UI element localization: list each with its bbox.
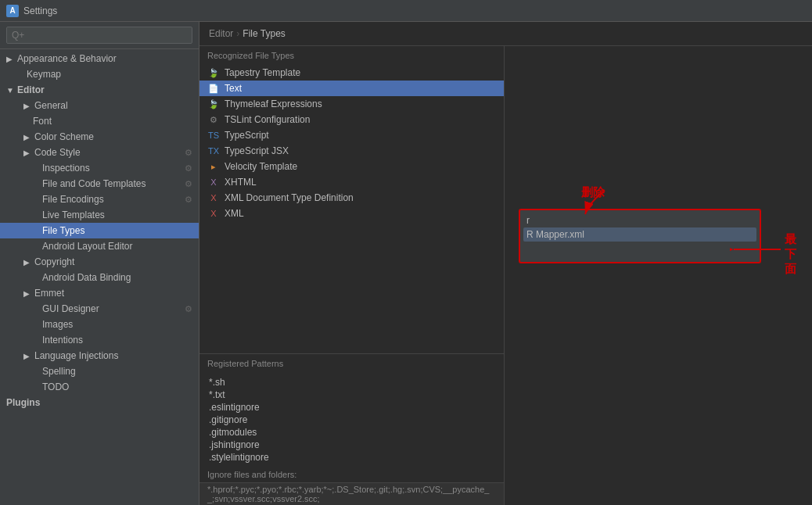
file-types-list: 🍃 Tapestry Template 📄 Text 🍃 Thymeleaf E… <box>199 65 504 350</box>
annotation-bottom: 最下面 <box>785 232 806 277</box>
file-type-tapestry[interactable]: 🍃 Tapestry Template <box>199 65 504 81</box>
right-panel-content: r R Mapper.xml 删除 <box>505 46 812 505</box>
app-icon: A <box>6 5 19 17</box>
sidebar-item-todo[interactable]: TODO <box>0 379 199 395</box>
sidebar-item-language-injections[interactable]: ▶ Language Injections <box>0 348 199 364</box>
right-panel: r R Mapper.xml 删除 <box>505 46 812 505</box>
left-panel: Recognized File Types 🍃 Tapestry Templat… <box>199 46 505 505</box>
sidebar-item-font[interactable]: Font <box>0 113 199 129</box>
sidebar-item-file-code-templates[interactable]: File and Code Templates ⚙ <box>0 176 199 192</box>
file-type-text[interactable]: 📄 Text <box>199 81 504 96</box>
sidebar-item-editor[interactable]: ▼ Editor <box>0 82 199 98</box>
sidebar-item-gui-designer[interactable]: GUI Designer ⚙ <box>0 301 199 317</box>
ignore-value: *.hprof;*.pyc;*.pyo;*.rbc;*.yarb;*~;.DS_… <box>199 482 504 505</box>
tapestry-icon: 🍃 <box>207 66 220 79</box>
file-type-thymeleaf[interactable]: 🍃 Thymeleaf Expressions <box>199 96 504 112</box>
sidebar-item-live-templates[interactable]: Live Templates <box>0 207 199 223</box>
pattern-sh: *.sh <box>207 376 496 389</box>
sidebar-item-spelling[interactable]: Spelling <box>0 364 199 379</box>
title-bar: A Settings <box>0 0 812 22</box>
search-input[interactable] <box>6 27 192 44</box>
sidebar-item-appearance[interactable]: ▶ Appearance & Behavior <box>0 51 199 66</box>
typescript-icon: TS <box>207 129 220 141</box>
annotation-delete: 删除 <box>581 185 605 200</box>
pattern-stylelint: .stylelintignore <box>207 451 496 464</box>
sidebar-item-code-style[interactable]: ▶ Code Style ⚙ <box>0 145 199 160</box>
text-icon: 📄 <box>207 82 220 95</box>
file-type-typescript[interactable]: TS TypeScript <box>199 127 504 143</box>
sidebar-item-inspections[interactable]: Inspections ⚙ <box>0 160 199 176</box>
sidebar-item-copyright[interactable]: ▶ Copyright <box>0 254 199 270</box>
sidebar-item-keymap[interactable]: Keymap <box>0 66 199 82</box>
tslint-icon: ⚙ <box>207 113 220 126</box>
sidebar-item-plugins[interactable]: Plugins <box>0 395 199 410</box>
ignore-label: Ignore files and folders: <box>199 467 504 482</box>
pattern-edit-item1: r <box>523 213 756 227</box>
xml-dtd-icon: X <box>207 192 220 204</box>
pattern-gitignore: .gitignore <box>207 414 496 426</box>
file-type-typescript-jsx[interactable]: TX TypeScript JSX <box>199 143 504 159</box>
sidebar-item-color-scheme[interactable]: ▶ Color Scheme <box>0 129 199 145</box>
file-type-velocity[interactable]: ▸ Velocity Template <box>199 159 504 174</box>
registered-label: Registered Patterns <box>199 353 504 373</box>
xhtml-icon: X <box>207 176 220 188</box>
breadcrumb: Editor › File Types <box>199 22 812 46</box>
title-text: Settings <box>23 5 57 16</box>
sidebar-item-intentions[interactable]: Intentions <box>0 332 199 348</box>
pattern-eslint: .eslintignore <box>207 401 496 414</box>
sidebar: ▶ Appearance & Behavior Keymap ▼ Editor … <box>0 22 199 505</box>
pattern-edit-item2[interactable]: R Mapper.xml <box>523 227 756 242</box>
file-type-xml-dtd[interactable]: X XML Document Type Definition <box>199 190 504 206</box>
content-area: Editor › File Types Recognized File Type… <box>199 22 812 505</box>
thymeleaf-icon: 🍃 <box>207 98 220 110</box>
typescript-jsx-icon: TX <box>207 145 220 157</box>
sidebar-item-file-encodings[interactable]: File Encodings ⚙ <box>0 192 199 207</box>
recognized-label: Recognized File Types <box>199 46 504 65</box>
sidebar-section: ▶ Appearance & Behavior Keymap ▼ Editor … <box>0 49 199 412</box>
sidebar-item-images[interactable]: Images <box>0 317 199 332</box>
sidebar-item-android-layout[interactable]: Android Layout Editor <box>0 238 199 254</box>
sidebar-item-android-data-binding[interactable]: Android Data Binding <box>0 270 199 285</box>
file-type-xhtml[interactable]: X XHTML <box>199 174 504 190</box>
xml-icon: X <box>207 207 220 220</box>
file-type-tslint[interactable]: ⚙ TSLint Configuration <box>199 112 504 127</box>
sidebar-item-file-types[interactable]: File Types <box>0 223 199 238</box>
pattern-txt: *.txt <box>207 389 496 401</box>
pattern-list: *.sh *.txt .eslintignore .gitignore .git… <box>199 373 504 467</box>
file-type-xml[interactable]: X XML <box>199 206 504 221</box>
velocity-icon: ▸ <box>207 160 220 173</box>
pattern-edit-box[interactable]: r R Mapper.xml <box>519 209 761 263</box>
sidebar-item-emmet[interactable]: ▶ Emmet <box>0 285 199 301</box>
sidebar-item-general[interactable]: ▶ General <box>0 98 199 113</box>
pattern-jshint: .jshintignore <box>207 439 496 451</box>
pattern-gitmodules: .gitmodules <box>207 426 496 439</box>
